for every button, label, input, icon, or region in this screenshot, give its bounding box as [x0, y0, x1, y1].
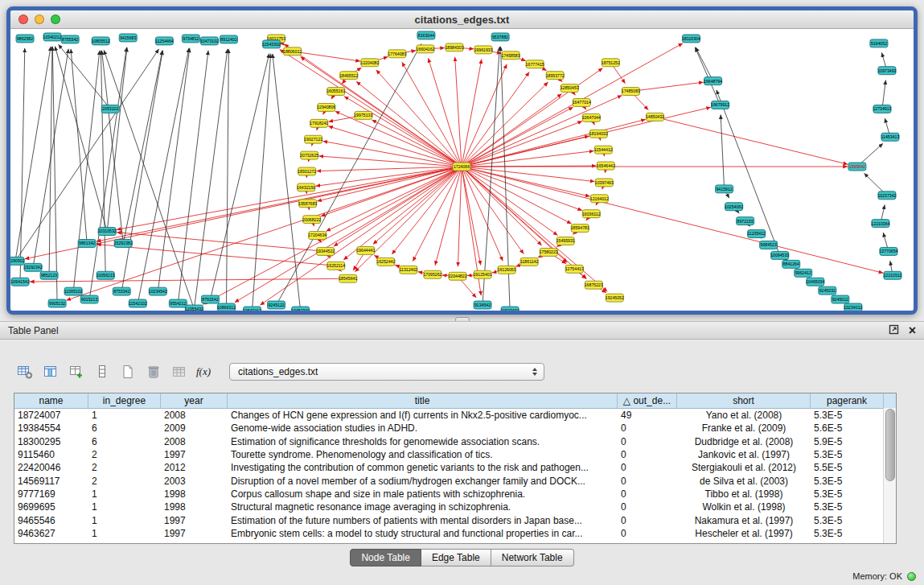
graph-node[interactable]: 17764083 — [388, 50, 406, 58]
graph-node[interactable]: 1595842 — [848, 163, 866, 171]
graph-edge[interactable] — [721, 114, 724, 188]
graph-edge[interactable] — [89, 47, 126, 299]
graph-node[interactable]: 11542102 — [129, 299, 147, 307]
graph-edge[interactable] — [101, 51, 105, 275]
graph-edge[interactable] — [462, 167, 557, 235]
graph-node[interactable]: 11235412 — [747, 230, 766, 238]
table-row[interactable]: 977716911998Corpus callosum shape and si… — [14, 488, 896, 501]
graph-node[interactable]: 10234542 — [149, 287, 167, 295]
graph-edge[interactable] — [428, 58, 462, 167]
graph-node[interactable]: 10237342 — [877, 192, 896, 200]
graph-node[interactable]: 10941542 — [10, 278, 29, 286]
graph-node[interactable]: 11453413 — [881, 133, 900, 141]
graph-edge[interactable] — [55, 46, 107, 231]
graph-node[interactable]: 10465034 — [806, 278, 824, 286]
graph-edge[interactable] — [462, 43, 683, 167]
new-table-icon[interactable] — [117, 361, 138, 383]
graph-node[interactable]: 10234012 — [844, 303, 862, 311]
graph-node[interactable]: 18495512 — [339, 72, 358, 80]
graph-edge[interactable] — [20, 48, 25, 282]
graph-node[interactable]: 9194052 — [870, 39, 888, 47]
column-header-year[interactable]: year — [161, 393, 228, 408]
table-row[interactable]: 2242004622012Investigating the contribut… — [14, 461, 896, 474]
graph-node[interactable]: 17204634 — [308, 232, 326, 240]
graph-edge[interactable] — [319, 156, 462, 167]
graph-node[interactable]: 17458583 — [502, 51, 520, 60]
graph-node[interactable]: 10094533 — [770, 251, 789, 259]
graph-node[interactable]: 16126063 — [498, 266, 516, 274]
graph-node[interactable]: 18594781 — [571, 225, 589, 233]
graph-edge[interactable] — [462, 151, 593, 167]
graph-node[interactable]: 12754413 — [565, 265, 584, 273]
graph-node[interactable]: 9962412 — [795, 269, 812, 277]
network-window[interactable]: citations_edges.txt 17240661849551216055… — [6, 6, 918, 315]
citation-network-graph[interactable]: 1724066184955121605516112940806179182411… — [10, 29, 914, 311]
graph-node[interactable]: 16648794 — [704, 77, 722, 85]
graph-node[interactable]: 19644441 — [356, 246, 375, 254]
graph-node[interactable]: 9537882 — [491, 33, 509, 41]
graph-edge[interactable] — [138, 48, 189, 303]
graph-node[interactable]: 19245052 — [606, 294, 624, 302]
graph-node[interactable]: 10866312 — [217, 303, 236, 311]
graph-node[interactable]: 8841264 — [782, 260, 800, 268]
graph-node[interactable]: 16252442 — [376, 257, 395, 266]
graph-node[interactable]: 10397493 — [595, 179, 614, 187]
table-scrollbar-thumb[interactable] — [885, 409, 895, 481]
graph-edge[interactable] — [178, 51, 208, 303]
graph-edge[interactable] — [15, 47, 51, 262]
graph-node[interactable]: 11543212 — [243, 307, 261, 311]
graph-node[interactable]: 12204082 — [360, 59, 379, 67]
graph-canvas[interactable]: 1724066184955121605516112940806179182411… — [10, 29, 914, 311]
graph-edge[interactable] — [462, 167, 883, 273]
graph-edge[interactable] — [210, 53, 269, 299]
graph-edge[interactable] — [59, 44, 111, 109]
graph-edge[interactable] — [203, 167, 462, 304]
graph-node[interactable]: 12734913 — [873, 105, 891, 113]
graph-edge[interactable] — [71, 49, 87, 244]
graph-node[interactable]: 20260502 — [10, 257, 25, 265]
graph-edge[interactable] — [316, 167, 462, 186]
graph-node[interactable]: 12164012 — [590, 195, 609, 203]
network-window-titlebar[interactable]: citations_edges.txt — [10, 10, 914, 29]
graph-node[interactable]: 9245122 — [268, 301, 285, 309]
graph-edge[interactable] — [392, 167, 462, 254]
graph-node[interactable]: 10805512 — [92, 37, 110, 45]
graph-node[interactable]: 8972153 — [737, 217, 754, 225]
graph-node[interactable]: 19344522 — [316, 247, 335, 255]
graph-edge[interactable] — [30, 278, 348, 282]
table-row[interactable]: 1830029562008Estimation of significance … — [14, 435, 896, 448]
graph-node[interactable]: 17485083 — [622, 88, 640, 96]
graph-node[interactable]: 11861142 — [520, 257, 538, 266]
graph-node[interactable]: 19975133 — [354, 111, 372, 119]
graph-edge[interactable] — [630, 82, 703, 91]
graph-node[interactable]: 15292382 — [114, 240, 133, 248]
graph-node[interactable]: 18751252 — [602, 59, 620, 67]
graph-edge[interactable] — [462, 64, 507, 167]
graph-node[interactable]: 12055432 — [185, 305, 203, 311]
graph-node[interactable]: 9015213 — [80, 295, 98, 303]
table-mode-icon[interactable] — [14, 361, 35, 383]
graph-node[interactable]: 20310532 — [98, 228, 117, 236]
graph-node[interactable]: 11095102 — [64, 287, 83, 295]
graph-node[interactable]: 9852123 — [40, 271, 58, 279]
graph-node[interactable]: 8163044 — [417, 31, 435, 39]
graph-node[interactable]: 14850432 — [646, 113, 664, 121]
graph-node[interactable]: 20068222 — [302, 216, 321, 224]
graph-node[interactable]: 12850453 — [561, 84, 579, 93]
graph-node[interactable]: 16432150 — [297, 183, 315, 192]
graph-edge[interactable] — [107, 47, 127, 232]
graph-node[interactable]: 16777415 — [526, 60, 544, 68]
tab-network-table[interactable]: Network Table — [491, 549, 574, 566]
graph-node[interactable]: 9245032 — [819, 286, 836, 295]
graph-node[interactable]: 9134542 — [474, 301, 491, 309]
graph-edge[interactable] — [462, 167, 572, 224]
import-table-icon[interactable] — [168, 361, 190, 383]
graph-node[interactable]: 16875223 — [585, 281, 603, 289]
float-panel-icon[interactable] — [889, 324, 899, 337]
graph-node[interactable]: 19587683 — [298, 200, 317, 208]
graph-node[interactable]: 16036112 — [582, 210, 601, 218]
graph-edge[interactable] — [455, 57, 462, 167]
graph-node[interactable]: 15495931 — [556, 237, 575, 245]
graph-node[interactable]: 10254062 — [725, 203, 743, 211]
column-header-name[interactable]: name — [14, 393, 88, 408]
